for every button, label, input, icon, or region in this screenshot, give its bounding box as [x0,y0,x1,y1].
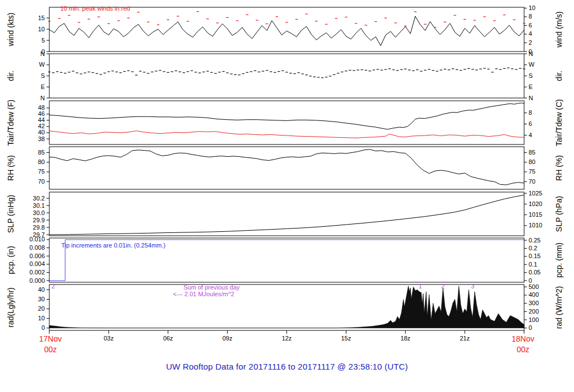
panel-direction-box [49,54,524,98]
right-tick-label: 200 [529,308,539,315]
left-tick-label: 5 [41,37,45,44]
annotation: 1 [419,283,422,290]
left-tick-label: S [41,72,45,79]
left-tick-label: 30.0 [33,209,45,216]
annotation: 2 [52,283,55,290]
axis-title-right-humidity: RH (%) [554,155,563,181]
right-tick-label: 0 [529,324,532,331]
left-tick-label: 10 [38,315,45,321]
left-tick-label: 30 [38,296,45,302]
left-tick-label: 20 [38,305,45,312]
right-tick-label: W [529,61,535,68]
left-tick-label: 30.1 [33,202,45,209]
axis-title-left-radiation: rad(Lgly/hr) [6,287,15,328]
annotation: Tip increments are 0.01in. (0.254mm.) [61,242,165,249]
left-tick-label: 40 [38,129,45,136]
series-tdew [49,131,524,138]
left-tick-label: 38 [38,136,45,142]
axis-title-left-humidity: RH (%) [6,155,15,181]
right-tick-label: 1020 [529,200,542,207]
right-tick-label: 8 [529,13,532,20]
left-tick-label: 42 [38,123,45,129]
left-tick-label: 80 [38,158,45,165]
x-tick-label: 06z [163,335,173,342]
right-tick-label: 500 [529,283,539,290]
series-wind-avg [49,16,524,46]
right-tick-label: 4 [529,132,532,138]
annotation: <--- 2.01 MJoules/m^2 [173,291,234,297]
x-tick-label: 15z [341,335,351,342]
right-tick-label: 0 [529,277,532,284]
right-tick-label: 1010 [529,222,542,228]
right-tick-label: 400 [529,291,539,298]
right-tick-label: 10 [529,4,535,11]
x-tick-label: 18z [400,335,410,342]
left-tick-label: 85 [38,149,45,156]
right-tick-label: 0.25 [529,237,540,244]
series-tair [49,103,524,129]
axis-title-left-direction: dir. [6,71,15,81]
end-date-label: 00z [517,345,530,354]
left-tick-label: N [40,50,45,57]
right-tick-label: 300 [529,300,539,306]
right-tick-label: S [529,72,533,79]
x-tick-label: 09z [223,335,233,342]
right-tick-label: E [529,83,533,90]
start-date-label: 17Nov [39,334,62,343]
meteogram-figure: 0510150246810wind (kts)wind (m/s)10 min.… [0,0,574,392]
right-tick-label: 0.05 [529,269,540,276]
right-tick-label: 70 [529,178,535,185]
left-tick-label: 0.008 [29,244,45,251]
axis-title-right-radiation: rad (W/m^2) [554,286,563,329]
right-tick-label: 6 [529,120,532,127]
right-tick-label: N [529,50,533,57]
right-tick-label: N [529,95,533,101]
end-date-label: 18Nov [512,334,534,343]
right-tick-label: 1015 [529,211,542,218]
left-tick-label: W [39,61,45,68]
axis-title-right-pressure: SLP (hPa) [554,196,563,232]
series-slp [49,195,524,235]
left-tick-label: 15 [38,15,45,21]
left-tick-label: 0 [41,324,45,331]
start-date-label: 00z [44,345,57,354]
right-tick-label: 4 [529,30,532,37]
left-tick-label: 46 [38,110,45,117]
axis-title-right-precipitation: pcp. (mm) [554,242,563,278]
axis-title-right-direction: dir. [554,71,563,81]
x-tick-label: 03z [104,335,114,342]
annotation: 2 [441,283,445,290]
axis-title-left-temperature: Tair/Tdew (F) [6,100,15,146]
axis-title-left-precipitation: pcp. (in) [6,246,15,274]
left-tick-label: 0.002 [29,269,45,276]
left-tick-label: 44 [38,116,45,123]
right-tick-label: 0.15 [529,253,540,259]
right-tick-label: 75 [529,168,535,175]
panel-wind-box [49,7,524,52]
panel-pressure-box [49,192,524,236]
right-tick-label: 80 [529,158,535,165]
axis-title-right-wind: wind (m/s) [554,11,563,48]
left-tick-label: 0.010 [29,236,45,242]
right-tick-label: 6 [529,22,532,29]
series-solar-rad [49,286,524,328]
left-tick-label: N [40,95,45,101]
x-tick-label: 21z [460,335,470,342]
left-tick-label: 0.000 [29,277,45,284]
right-tick-label: 85 [529,149,535,156]
right-tick-label: 0.1 [529,261,537,268]
annotation: 10 min. peak winds in red [60,5,130,12]
left-tick-label: 0.006 [29,253,45,259]
left-tick-label: E [41,83,45,90]
right-tick-label: 0.2 [529,245,537,251]
panel-humidity-box [49,147,524,189]
axis-title-right-temperature: Tair/Tdew (C) [554,99,563,146]
annotation: 3 [471,283,474,290]
left-tick-label: 0.004 [29,260,45,267]
right-tick-label: 100 [529,316,539,323]
left-tick-label: 10 [38,26,45,32]
left-tick-label: 30.2 [33,195,45,202]
series-rh [49,150,524,185]
left-tick-label: 29.8 [33,224,45,231]
left-tick-label: 48 [38,104,45,111]
